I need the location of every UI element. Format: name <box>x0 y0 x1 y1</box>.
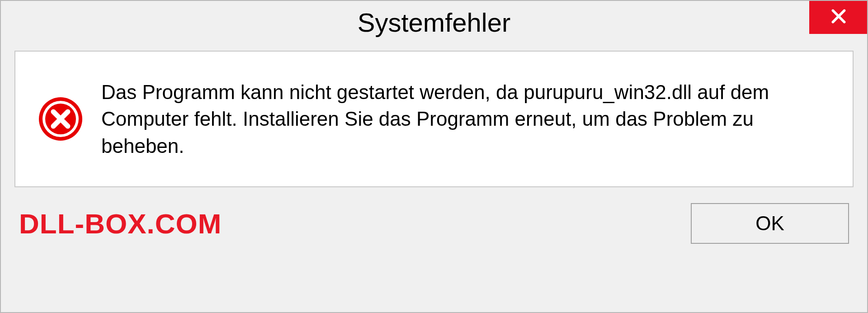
ok-button[interactable]: OK <box>691 203 849 244</box>
dialog-title: Systemfehler <box>358 7 510 38</box>
dialog-content: Das Programm kann nicht gestartet werden… <box>14 51 854 187</box>
dialog-footer: DLL-BOX.COM OK <box>1 194 867 257</box>
watermark-text: DLL-BOX.COM <box>19 208 222 240</box>
close-button[interactable] <box>809 0 868 34</box>
error-icon <box>38 96 83 142</box>
dialog-titlebar: Systemfehler <box>1 1 867 44</box>
close-icon <box>830 8 847 27</box>
error-message: Das Programm kann nicht gestartet werden… <box>101 79 826 159</box>
